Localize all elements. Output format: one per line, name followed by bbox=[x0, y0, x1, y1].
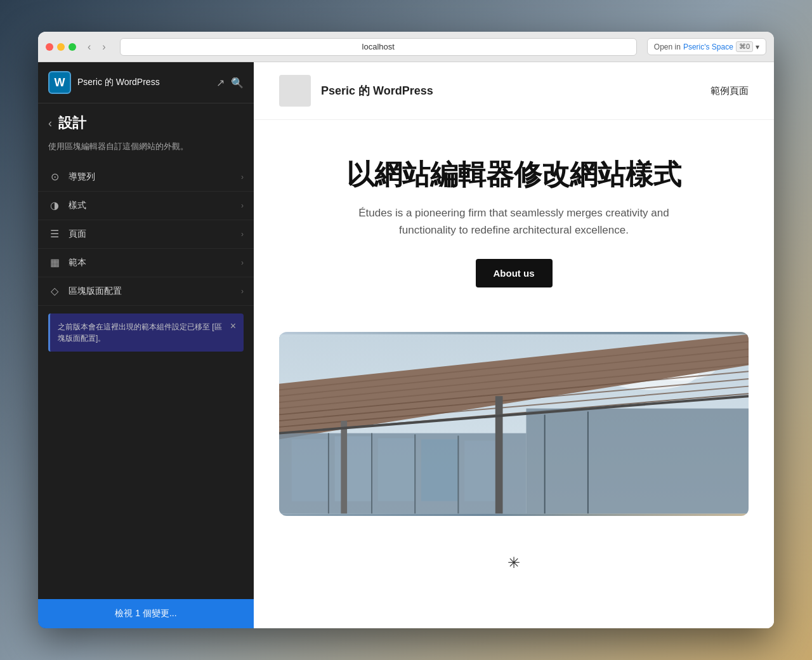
back-nav-button[interactable]: ‹ bbox=[84, 39, 95, 55]
back-button[interactable]: ‹ bbox=[48, 117, 52, 129]
pages-arrow-icon: › bbox=[241, 230, 244, 239]
preview-site-name: Pseric 的 WordPress bbox=[321, 83, 710, 98]
svg-rect-19 bbox=[421, 440, 458, 501]
building-svg bbox=[279, 332, 749, 516]
browser-chrome: ‹ › localhost Open in Pseric's Space ⌘0 … bbox=[38, 32, 774, 62]
pages-label: 頁面 bbox=[69, 228, 233, 240]
svg-rect-16 bbox=[291, 440, 328, 501]
search-icon[interactable]: 🔍 bbox=[231, 77, 244, 89]
sidebar-item-templates[interactable]: ▦ 範本 › bbox=[38, 249, 254, 277]
pages-icon: ☰ bbox=[48, 228, 61, 241]
navigation-label: 導覽列 bbox=[69, 171, 233, 183]
svg-rect-15 bbox=[526, 409, 749, 514]
notification-close-button[interactable]: × bbox=[230, 321, 236, 331]
maximize-button[interactable] bbox=[69, 43, 76, 51]
website-preview: Pseric 的 WordPress 範例頁面 以網站編輯器修改網站樣式 Étu… bbox=[254, 62, 774, 628]
hero-title: 以網站編輯器修改網站樣式 bbox=[279, 158, 749, 192]
site-title: Pseric 的 WordPress bbox=[77, 77, 210, 88]
hero-subtitle: Études is a pioneering firm that seamles… bbox=[349, 204, 679, 239]
browser-nav: ‹ › bbox=[84, 39, 110, 55]
notification-box: 之前版本會在這裡出現的範本組件設定已移至 [區塊版面配置]。 × bbox=[48, 314, 244, 352]
styles-arrow-icon: › bbox=[241, 201, 244, 210]
svg-rect-18 bbox=[378, 439, 415, 501]
sidebar-description: 使用區塊編輯器自訂這個網站的外觀。 bbox=[38, 138, 254, 163]
traffic-lights bbox=[46, 43, 76, 51]
patterns-icon: ◇ bbox=[48, 285, 61, 298]
sidebar-nav: ⊙ 導覽列 › ◑ 樣式 › ☰ 頁面 › ▦ 範本 › bbox=[38, 163, 254, 600]
navigation-icon: ⊙ bbox=[48, 171, 61, 183]
browser-window: ‹ › localhost Open in Pseric's Space ⌘0 … bbox=[38, 32, 774, 628]
styles-icon: ◑ bbox=[48, 199, 61, 212]
minimize-button[interactable] bbox=[57, 43, 65, 51]
forward-nav-button[interactable]: › bbox=[98, 39, 109, 55]
sidebar-item-navigation[interactable]: ⊙ 導覽列 › bbox=[38, 163, 254, 192]
templates-icon: ▦ bbox=[48, 256, 61, 269]
svg-rect-28 bbox=[495, 396, 503, 513]
site-footer: ✳ bbox=[254, 535, 774, 591]
external-link-icon[interactable]: ↗ bbox=[216, 77, 225, 89]
sidebar-header: W Pseric 的 WordPress ↗ 🔍 bbox=[38, 62, 254, 103]
hero-section: 以網站編輯器修改網站樣式 Études is a pioneering firm… bbox=[254, 120, 774, 313]
svg-rect-29 bbox=[341, 421, 347, 513]
open-in-label: Open in bbox=[654, 43, 681, 51]
address-bar[interactable]: localhost bbox=[120, 38, 637, 56]
sidebar-item-pages[interactable]: ☰ 頁面 › bbox=[38, 220, 254, 249]
site-logo bbox=[279, 75, 311, 107]
sidebar: W Pseric 的 WordPress ↗ 🔍 ‹ 設計 使用區塊編輯器自訂這… bbox=[38, 62, 254, 628]
patterns-arrow-icon: › bbox=[241, 287, 244, 296]
space-name: Pseric's Space bbox=[683, 43, 733, 51]
navigation-arrow-icon: › bbox=[241, 173, 244, 182]
sidebar-section-title: ‹ 設計 bbox=[38, 103, 254, 138]
sidebar-item-styles[interactable]: ◑ 樣式 › bbox=[38, 192, 254, 220]
preview-area: Pseric 的 WordPress 範例頁面 以網站編輯器修改網站樣式 Étu… bbox=[254, 62, 774, 628]
about-us-button[interactable]: About us bbox=[476, 259, 553, 287]
site-header: Pseric 的 WordPress 範例頁面 bbox=[254, 62, 774, 120]
templates-arrow-icon: › bbox=[241, 258, 244, 267]
app-body: W Pseric 的 WordPress ↗ 🔍 ‹ 設計 使用區塊編輯器自訂這… bbox=[38, 62, 774, 628]
review-changes-button[interactable]: 檢視 1 個變更... bbox=[38, 599, 254, 628]
hero-image bbox=[279, 332, 749, 516]
url-text: localhost bbox=[362, 42, 395, 51]
footer-symbol: ✳ bbox=[508, 554, 520, 571]
patterns-label: 區塊版面配置 bbox=[69, 286, 233, 297]
dropdown-chevron-icon[interactable]: ▾ bbox=[756, 43, 759, 51]
sidebar-item-patterns[interactable]: ◇ 區塊版面配置 › bbox=[38, 277, 254, 306]
sidebar-header-actions: ↗ 🔍 bbox=[216, 77, 244, 89]
browser-actions: Open in Pseric's Space ⌘0 ▾ bbox=[647, 38, 766, 55]
design-section-heading: 設計 bbox=[58, 114, 86, 133]
notification-text: 之前版本會在這裡出現的範本組件設定已移至 [區塊版面配置]。 bbox=[58, 321, 225, 344]
wp-logo: W bbox=[48, 71, 71, 94]
open-in-space-button[interactable]: Open in Pseric's Space ⌘0 ▾ bbox=[647, 38, 766, 55]
close-button[interactable] bbox=[46, 43, 53, 51]
keyboard-shortcut: ⌘0 bbox=[736, 41, 753, 52]
svg-rect-17 bbox=[335, 437, 372, 501]
templates-label: 範本 bbox=[69, 257, 233, 268]
preview-nav-link[interactable]: 範例頁面 bbox=[710, 85, 749, 97]
styles-label: 樣式 bbox=[69, 200, 233, 211]
